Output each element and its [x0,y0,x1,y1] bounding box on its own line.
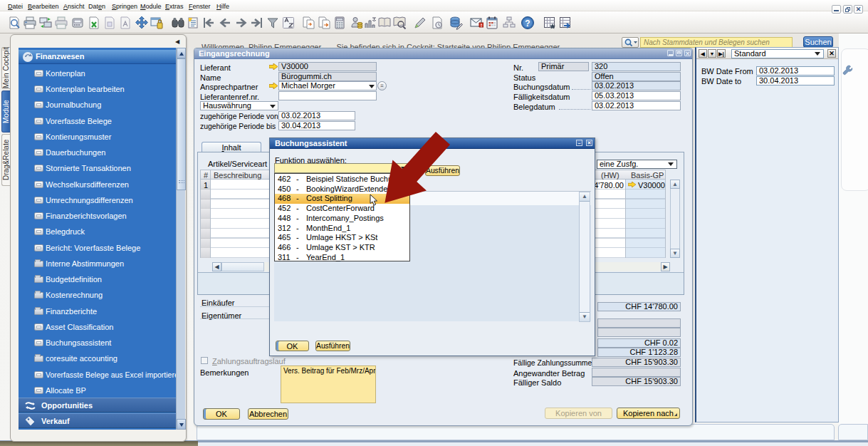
svg-text:?: ? [525,19,530,28]
